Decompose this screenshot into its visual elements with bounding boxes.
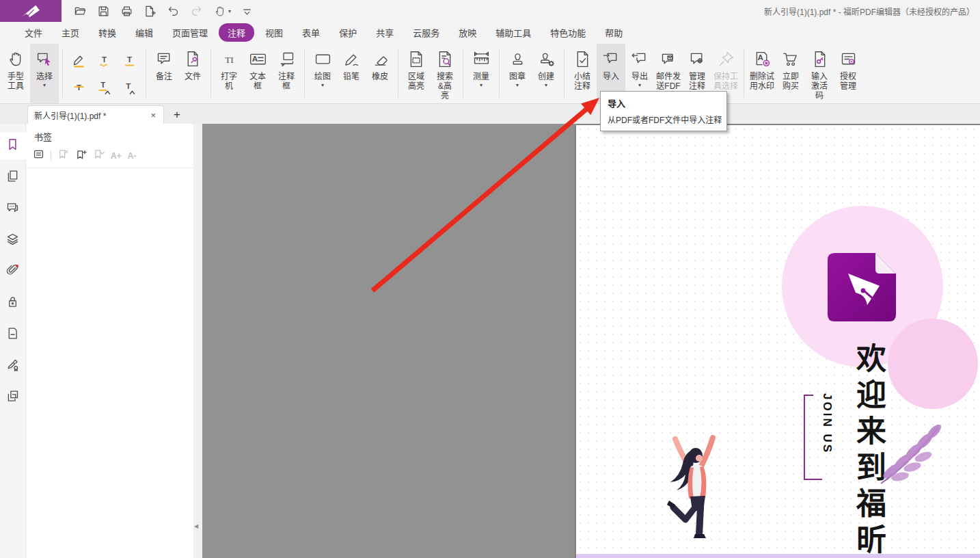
enter-activation-code-button[interactable]: 输入激活码 — [805, 44, 834, 103]
menu-bar: 文件 主页 转换 编辑 页面管理 注释 视图 表单 保护 共享 云服务 放映 辅… — [0, 22, 980, 42]
eraser-icon — [371, 47, 390, 70]
quick-access-toolbar: ▾ — [72, 3, 254, 18]
select-tool-button[interactable]: 选择 ▾ — [30, 44, 59, 103]
strikeout-button[interactable]: T — [66, 74, 92, 101]
shopping-cart-icon — [782, 47, 800, 70]
print-icon[interactable] — [119, 3, 134, 18]
linked-pages-icon — [5, 389, 20, 406]
textbox-icon: A — [249, 47, 267, 70]
callout-button[interactable]: 注释框 — [272, 44, 301, 103]
undo-icon[interactable] — [165, 3, 180, 18]
ribbon-divider — [463, 49, 463, 98]
svg-text:T: T — [100, 81, 105, 89]
sidebar-item-bookmarks[interactable] — [0, 132, 26, 159]
dancer-illustration — [659, 431, 735, 546]
pages-icon — [5, 169, 20, 186]
tab-help[interactable]: 帮助 — [595, 23, 632, 42]
file-attachment-icon — [184, 47, 202, 70]
tab-share[interactable]: 共享 — [366, 23, 403, 42]
license-manage-icon — [839, 47, 858, 70]
create-stamp-button[interactable]: 创建 ▾ — [532, 44, 560, 103]
squiggly-underline-button[interactable]: T — [92, 47, 117, 74]
tab-page-manage[interactable]: 页面管理 — [163, 23, 217, 42]
tab-home[interactable]: 主页 — [52, 23, 89, 42]
textbox-button[interactable]: A 文本框 — [243, 44, 272, 103]
sidebar-item-layers[interactable] — [0, 226, 26, 254]
sidebar-item-comments[interactable] — [0, 195, 26, 222]
highlight-button[interactable] — [66, 47, 92, 74]
open-file-icon[interactable] — [72, 3, 87, 18]
hand-tool-button[interactable]: 手型工具 — [1, 44, 30, 103]
replace-text-button[interactable]: T — [92, 74, 117, 101]
dropdown-caret-icon: ▾ — [545, 82, 547, 88]
note-button[interactable]: 备注 — [150, 44, 178, 103]
dropdown-caret-icon: ▾ — [638, 82, 641, 88]
license-manage-button[interactable]: 授权管理 — [834, 44, 862, 103]
tab-file[interactable]: 文件 — [15, 23, 52, 42]
title-bar: ▾ 新人引导(1)(1).pdf * - 福昕PDF编辑器（未经授权的产品） — [0, 0, 980, 22]
tab-view[interactable]: 视图 — [256, 23, 292, 42]
summary-comments-button[interactable]: 小结注释 — [568, 44, 597, 103]
tab-convert[interactable]: 转换 — [89, 23, 126, 42]
import-tooltip: 导入 从PDF或者FDF文件中导入注释 — [600, 91, 727, 131]
tab-comment[interactable]: 注释 — [219, 23, 254, 42]
sidebar-item-linked-pages[interactable] — [0, 384, 26, 411]
sidebar-item-security[interactable] — [0, 289, 26, 317]
leaf-branch-illustration — [877, 419, 949, 488]
signature-icon — [5, 358, 20, 375]
close-tab-icon[interactable]: × — [149, 110, 157, 120]
document-tab[interactable]: 新人引导(1)(1).pdf * × — [27, 105, 164, 124]
draw-button[interactable]: 绘图 ▾ — [308, 44, 337, 103]
bookmark-icon — [5, 137, 20, 155]
measure-button[interactable]: 测量 ▾ — [467, 44, 495, 103]
tab-cloud[interactable]: 云服务 — [403, 23, 449, 42]
insert-text-button[interactable]: T — [117, 74, 142, 101]
select-annotation-icon — [36, 47, 54, 70]
typewriter-button[interactable]: TI 打字机 — [215, 44, 243, 103]
tab-accessibility[interactable]: 辅助工具 — [486, 23, 541, 42]
file-attachment-button[interactable]: 文件 — [178, 44, 207, 103]
remove-trial-watermark-button[interactable]: A 删除试用水印 — [748, 44, 776, 103]
document-canvas[interactable]: 欢迎来到福昕 JOIN US — [202, 124, 980, 558]
activation-key-icon — [811, 47, 829, 70]
document-tab-title: 新人引导(1)(1).pdf * — [34, 109, 149, 121]
hand-pointer-button[interactable]: ▾ — [212, 3, 231, 18]
foxit-logo-graphic — [828, 253, 896, 321]
panel-options-icon[interactable] — [33, 148, 44, 163]
panel-splitter[interactable]: ◀ — [193, 124, 202, 558]
remove-watermark-icon: A — [753, 47, 772, 70]
sidebar-item-signatures[interactable] — [0, 352, 26, 380]
customize-toolbar-icon[interactable] — [239, 3, 254, 18]
stamp-button[interactable]: 图章 ▾ — [503, 44, 532, 103]
eraser-button[interactable]: 橡皮 — [366, 44, 394, 103]
app-logo — [0, 0, 62, 22]
sidebar-item-pages[interactable] — [0, 163, 26, 191]
expand-bookmark-icon — [93, 148, 105, 163]
new-tab-button[interactable]: + — [174, 108, 180, 122]
underline-button[interactable]: T — [117, 47, 142, 74]
search-highlight-button[interactable]: 搜索&高亮 — [431, 44, 459, 103]
collapse-panel-icon[interactable]: ◀ — [194, 523, 198, 529]
sidebar-item-attachments[interactable] — [0, 258, 26, 285]
sidebar-item-form-fields[interactable] — [0, 321, 26, 348]
pencil-button[interactable]: 铅笔 — [337, 44, 366, 103]
tab-present[interactable]: 放映 — [449, 23, 486, 42]
tab-protect[interactable]: 保护 — [329, 23, 366, 42]
svg-text:TI: TI — [225, 54, 234, 64]
form-field-icon — [5, 326, 20, 343]
ribbon-divider — [564, 49, 564, 98]
tab-features[interactable]: 特色功能 — [541, 23, 595, 42]
navigation-icon-bar — [0, 124, 26, 558]
keep-tool-pin-icon — [717, 47, 735, 70]
add-page-icon[interactable] — [142, 3, 157, 18]
buy-now-button[interactable]: 立即购买 — [776, 44, 805, 103]
text-markup-group: T T T T T — [66, 44, 142, 103]
delete-bookmark-icon — [57, 148, 69, 163]
toolbar-divider — [51, 150, 51, 161]
area-highlight-button[interactable]: 区域高亮 — [402, 44, 431, 103]
save-icon[interactable] — [96, 3, 111, 18]
tab-form[interactable]: 表单 — [292, 23, 329, 42]
tab-edit[interactable]: 编辑 — [126, 23, 163, 42]
add-bookmark-icon[interactable] — [75, 148, 87, 163]
dropdown-caret-icon: ▾ — [516, 82, 519, 88]
